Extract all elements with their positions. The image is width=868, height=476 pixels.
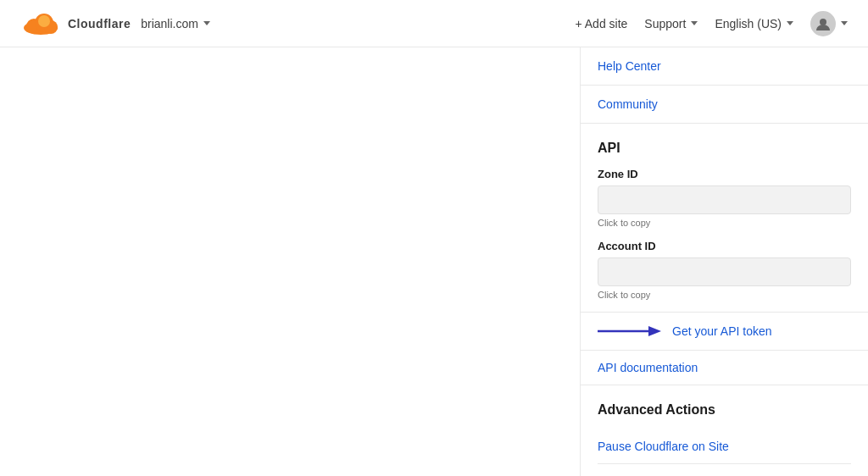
cloudflare-wordmark: Cloudflare <box>68 17 131 30</box>
api-token-arrow <box>598 323 665 340</box>
right-panel: Help Center Community API Zone ID Click … <box>580 47 868 476</box>
arrow-icon <box>598 323 665 340</box>
header: Cloudflare brianli.com + Add site Suppor… <box>0 0 868 47</box>
get-api-token-link[interactable]: Get your API token <box>672 324 772 338</box>
site-name: brianli.com <box>141 17 198 30</box>
cloudflare-logo[interactable]: Cloudflare <box>20 11 131 36</box>
advanced-section: Advanced Actions Pause Cloudflare on Sit… <box>581 385 868 476</box>
header-right: + Add site Support English (US) <box>575 11 848 36</box>
main-content: Help Center Community API Zone ID Click … <box>0 47 868 476</box>
language-label: English (US) <box>715 17 782 30</box>
account-id-input[interactable] <box>598 257 851 286</box>
zone-id-label: Zone ID <box>598 168 851 180</box>
svg-point-5 <box>820 19 826 25</box>
user-chevron-icon <box>841 21 848 25</box>
api-section: API Zone ID Click to copy Account ID Cli… <box>581 124 868 300</box>
support-chevron-icon <box>691 21 698 25</box>
api-documentation-link[interactable]: API documentation <box>581 350 868 385</box>
left-panel <box>0 47 580 476</box>
site-selector-chevron-icon <box>203 21 210 25</box>
zone-id-input[interactable] <box>598 185 851 214</box>
advanced-section-title: Advanced Actions <box>598 402 851 418</box>
zone-id-copy-hint: Click to copy <box>598 218 851 228</box>
svg-marker-7 <box>648 326 661 336</box>
site-selector[interactable]: brianli.com <box>141 17 210 30</box>
user-icon <box>815 16 831 31</box>
support-menu[interactable]: Support <box>644 17 698 30</box>
support-label: Support <box>644 17 686 30</box>
remove-site-link[interactable]: Remove Site from Cloudflare <box>598 464 851 476</box>
user-menu[interactable] <box>810 11 836 36</box>
cloudflare-cloud-icon <box>20 11 61 36</box>
api-token-row: Get your API token <box>581 312 868 350</box>
language-selector[interactable]: English (US) <box>715 17 793 30</box>
api-section-title: API <box>598 141 851 156</box>
community-link[interactable]: Community <box>581 86 868 124</box>
add-site-button[interactable]: + Add site <box>575 17 627 30</box>
language-chevron-icon <box>787 21 793 25</box>
svg-point-4 <box>38 15 50 27</box>
header-left: Cloudflare brianli.com <box>20 11 210 36</box>
account-id-label: Account ID <box>598 240 851 252</box>
account-id-copy-hint: Click to copy <box>598 290 851 300</box>
help-center-link[interactable]: Help Center <box>581 47 868 86</box>
pause-cloudflare-link[interactable]: Pause Cloudflare on Site <box>598 429 851 464</box>
